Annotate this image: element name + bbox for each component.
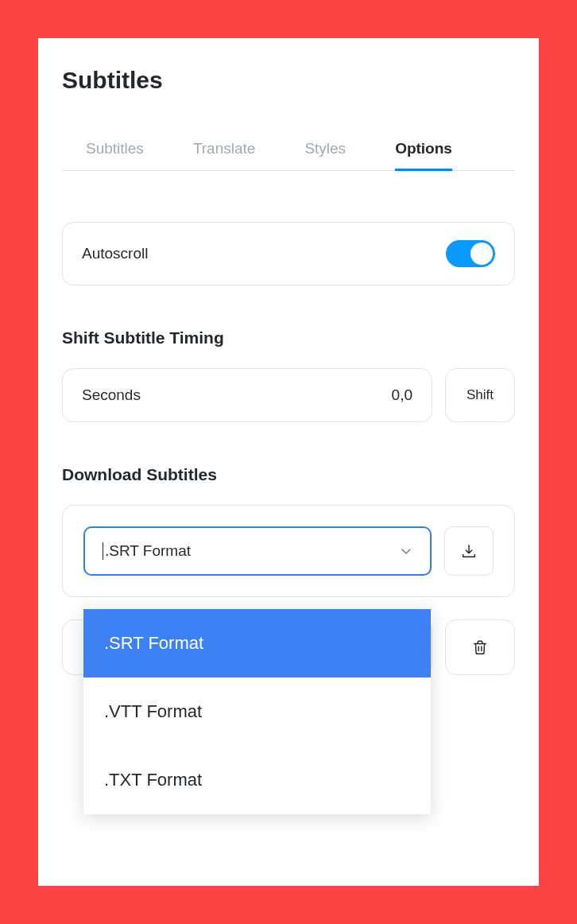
toggle-knob [471, 243, 493, 265]
download-icon [460, 542, 478, 560]
text-cursor [103, 542, 103, 560]
format-option-txt[interactable]: .TXT Format [83, 746, 431, 814]
download-section: .SRT Format .SRT Format .VTT Format .TXT… [62, 505, 515, 597]
download-title: Download Subtitles [62, 465, 515, 484]
download-button[interactable] [444, 526, 494, 576]
autoscroll-label: Autoscroll [82, 245, 148, 262]
seconds-input[interactable]: Seconds 0,0 [62, 368, 432, 422]
page-title: Subtitles [62, 67, 515, 94]
format-select-value: .SRT Format [103, 542, 191, 560]
shift-timing-row: Seconds 0,0 Shift [62, 368, 515, 422]
format-select[interactable]: .SRT Format [83, 526, 432, 576]
autoscroll-setting: Autoscroll [62, 222, 515, 285]
format-option-vtt[interactable]: .VTT Format [83, 677, 431, 746]
format-option-srt[interactable]: .SRT Format [83, 609, 431, 677]
shift-timing-title: Shift Subtitle Timing [62, 328, 515, 347]
seconds-label: Seconds [82, 386, 141, 404]
chevron-down-icon [400, 545, 412, 557]
shift-button-label: Shift [467, 387, 494, 403]
delete-button[interactable] [445, 619, 515, 675]
format-dropdown: .SRT Format .VTT Format .TXT Format [83, 609, 431, 814]
tab-translate[interactable]: Translate [193, 129, 256, 171]
trash-icon [471, 638, 489, 657]
tab-styles[interactable]: Styles [304, 129, 346, 171]
seconds-value: 0,0 [392, 386, 412, 404]
autoscroll-toggle[interactable] [446, 240, 495, 267]
shift-button[interactable]: Shift [445, 368, 515, 422]
tab-options[interactable]: Options [395, 129, 452, 171]
tab-subtitles[interactable]: Subtitles [86, 129, 144, 171]
subtitles-options-panel: Subtitles Subtitles Translate Styles Opt… [38, 38, 539, 886]
tab-bar: Subtitles Translate Styles Options [62, 129, 515, 171]
